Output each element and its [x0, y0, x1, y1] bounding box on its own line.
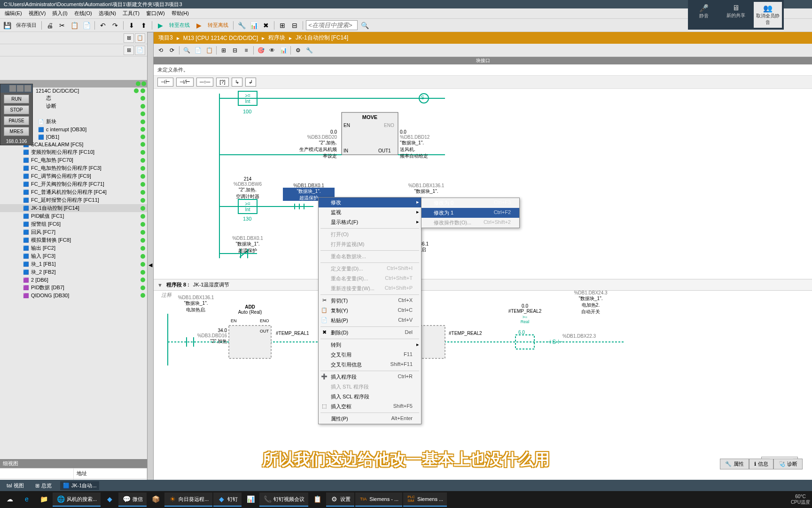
- task-app2[interactable]: 📦: [148, 492, 164, 507]
- tree-item[interactable]: 🟦输出 [FC2]: [0, 244, 147, 252]
- go-offline-icon[interactable]: ▶: [194, 20, 204, 31]
- tree-item[interactable]: 🟦JK-1自动控制 [FC14]: [0, 204, 147, 212]
- collapse-icon[interactable]: ▼: [157, 282, 163, 288]
- ed-btn-4[interactable]: 📄: [193, 45, 203, 56]
- go-online-icon[interactable]: ▶: [155, 20, 165, 31]
- undo-icon[interactable]: ↶: [98, 20, 108, 31]
- tree-item[interactable]: 🟦FC_普通风机控制公用程序 [FC4]: [0, 188, 147, 196]
- print-icon[interactable]: 🖨: [45, 20, 55, 31]
- tab-properties[interactable]: 🔧属性: [720, 459, 749, 469]
- unmute-all-button[interactable]: 👥取消全员静音: [754, 2, 782, 28]
- redo-icon[interactable]: ↷: [110, 20, 120, 31]
- ed-btn-7[interactable]: ⊟: [230, 45, 240, 56]
- portal-view-button[interactable]: tal 视图: [4, 481, 27, 490]
- task-wechat[interactable]: 💬微信: [118, 492, 147, 507]
- task-settings[interactable]: ⚙设置: [326, 492, 354, 507]
- ctx-xref[interactable]: 交叉引用F11: [319, 350, 421, 360]
- task-dingtalk-meeting[interactable]: 📞钉钉视频会议: [259, 492, 308, 507]
- cut-icon[interactable]: ✂: [57, 20, 67, 31]
- tab-info[interactable]: ℹ信息: [749, 459, 773, 469]
- ctx-insert-scl[interactable]: 插入 SCL 程序段: [319, 392, 421, 402]
- lad-branch-close[interactable]: ↲: [245, 78, 256, 87]
- minimize-icon[interactable]: [9, 85, 16, 92]
- ctx-properties[interactable]: 属性(P)Alt+Enter: [319, 414, 421, 424]
- ed-btn-2[interactable]: ⟳: [167, 45, 177, 56]
- tree-item[interactable]: 🟦报警组 [FC6]: [0, 220, 147, 228]
- ed-btn-3[interactable]: 🔍: [181, 45, 192, 56]
- ctx-delete[interactable]: ✖删除(D)Del: [319, 328, 421, 338]
- stop-button[interactable]: STOP: [4, 105, 29, 114]
- task-explorer[interactable]: 📁: [36, 492, 52, 507]
- mres-button[interactable]: MRES: [4, 127, 29, 136]
- run-button[interactable]: RUN: [4, 95, 29, 103]
- tree-item[interactable]: 🟦模拟量转换 [FC8]: [0, 236, 147, 244]
- maximize-icon[interactable]: [17, 85, 23, 92]
- menu-insert[interactable]: 插入(I): [49, 9, 70, 18]
- ctx-modify[interactable]: 修改▸ 修改为 0Ctrl+F3 修改为 1Ctrl+F2 修改操作数(O)..…: [319, 198, 421, 207]
- ed-btn-10[interactable]: 👁: [267, 45, 277, 56]
- tree-tb-4[interactable]: 📄: [135, 46, 145, 55]
- ctx-xref-info[interactable]: 交叉引用信息Shift+F11: [319, 360, 421, 370]
- copy-icon[interactable]: 📋: [69, 20, 79, 31]
- tab-diagnostics[interactable]: 🩺诊断: [773, 459, 803, 469]
- crumb-cpu[interactable]: M13 [CPU 1214C DC/DC/DC]: [183, 35, 258, 41]
- tree-item[interactable]: 🟦PID赋值 [FC1]: [0, 212, 147, 220]
- menu-window[interactable]: 窗口(W): [143, 9, 168, 18]
- search-icon[interactable]: 🔍: [359, 20, 370, 31]
- network-8-header[interactable]: ▼ 程序段 8 : JK-1温湿度调节: [154, 279, 812, 291]
- task-tia[interactable]: TIASiemens - ...: [355, 492, 402, 507]
- tree-item[interactable]: 🟦FC_调节阀公用程序 [FC9]: [0, 172, 147, 180]
- upload-icon[interactable]: ⬆: [139, 20, 149, 31]
- tree-item[interactable]: 🟪PID数据 [DB7]: [0, 284, 147, 292]
- project-search-input[interactable]: [306, 20, 358, 30]
- menu-edit[interactable]: 编辑(E): [2, 9, 25, 18]
- go-online-button[interactable]: 转至在线: [167, 22, 192, 29]
- tb-icon-1[interactable]: 🔧: [236, 20, 247, 31]
- ed-btn-12[interactable]: ⚙: [293, 45, 303, 56]
- pause-button[interactable]: PAUSE: [4, 116, 29, 125]
- save-icon[interactable]: 💾: [2, 20, 12, 31]
- tree-tb-1[interactable]: ⊞: [124, 33, 134, 43]
- menu-view[interactable]: 视图(V): [26, 9, 49, 18]
- crumb-current[interactable]: JK-1自动控制 [FC14]: [296, 34, 348, 42]
- tree-item[interactable]: 🟦回风 [FC7]: [0, 228, 147, 236]
- overview-button[interactable]: ⊞总览: [32, 481, 55, 490]
- tree-tb-2[interactable]: 📋: [135, 33, 145, 43]
- lad-branch[interactable]: ↳: [232, 78, 242, 87]
- tree-item[interactable]: 🟪2 [DB6]: [0, 276, 147, 284]
- task-dingtalk[interactable]: ◆钉钉: [213, 492, 242, 507]
- ed-btn-1[interactable]: ⟲: [156, 45, 166, 56]
- ctx-display-format[interactable]: 显示格式(F)▸: [319, 217, 421, 227]
- ctx-monitor[interactable]: 监视▸: [319, 207, 421, 217]
- ed-btn-6[interactable]: ⊞: [219, 45, 229, 56]
- panel-collapse-button[interactable]: ◀: [147, 32, 154, 498]
- lad-coil[interactable]: ─○─: [196, 78, 213, 87]
- task-edge[interactable]: e: [19, 492, 35, 507]
- task-browser[interactable]: 🌐风机的搜索...: [53, 492, 101, 507]
- ed-btn-9[interactable]: 🎯: [256, 45, 266, 56]
- task-plcsim[interactable]: PLC SIMSiemens ...: [403, 492, 447, 507]
- task-sunlogin[interactable]: ☀向日葵远程...: [164, 492, 212, 507]
- tree-item[interactable]: 🟦变频控制柜公用程序 [FC10]: [0, 148, 147, 156]
- menu-help[interactable]: 帮助(H): [169, 9, 192, 18]
- tree-item[interactable]: 🟦块_2 [FB2]: [0, 268, 147, 276]
- tb-icon-5[interactable]: ⊟: [289, 20, 300, 31]
- crumb-project[interactable]: 项目3: [158, 34, 173, 42]
- tree-tb-3[interactable]: ⊞: [124, 46, 134, 55]
- ed-btn-11[interactable]: 📊: [278, 45, 289, 56]
- task-app3[interactable]: 📊: [242, 492, 258, 507]
- lad-no-contact[interactable]: ⊣⊢: [157, 78, 173, 87]
- crumb-blocks[interactable]: 程序块: [268, 34, 285, 42]
- tree-item[interactable]: 🟦FC_开关阀控制公用程序 [FC71]: [0, 180, 147, 188]
- task-app4[interactable]: 📋: [309, 492, 325, 507]
- ctx-goto[interactable]: 转到▸: [319, 340, 421, 350]
- mute-button[interactable]: 🎤静音: [690, 2, 718, 28]
- tree-item[interactable]: 🟦输入 [FC3]: [0, 252, 147, 260]
- lad-nc-contact[interactable]: ⊣/⊢: [176, 78, 194, 87]
- ctx-copy[interactable]: 📋复制(Y)Ctrl+C: [319, 306, 421, 316]
- share-button[interactable]: 🖥新的共享: [722, 2, 750, 28]
- close-icon[interactable]: [24, 85, 31, 92]
- ctx-modify-1[interactable]: 修改为 1Ctrl+F2: [422, 208, 519, 218]
- current-block-tab[interactable]: 🟦JK-1自动...: [60, 481, 100, 490]
- tree-item[interactable]: 🟦FC_电加热 [FC70]: [0, 156, 147, 164]
